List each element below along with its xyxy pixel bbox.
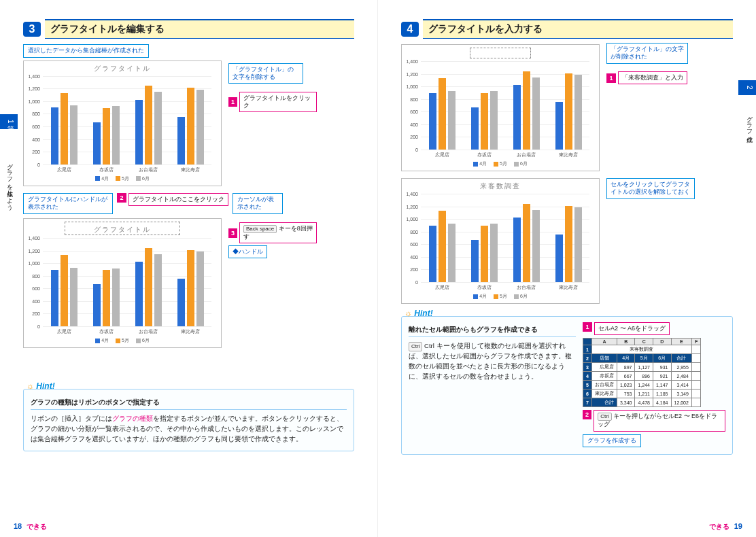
chart-screenshot-4: 来客数調査 02004006008001,0001,2001,400 広尾店赤坂… (401, 178, 600, 304)
chart-screenshot-2: グラフタイトル 02004006008001,0001,2001,400 広尾店… (23, 218, 222, 348)
page-number-right: できる 19 (706, 522, 742, 532)
chart-title-selected: グラフタイトル (65, 222, 180, 235)
hint-annot-create-chart: グラフを作成する (583, 434, 641, 448)
step-title: グラフタイトルを入力する (423, 19, 733, 39)
hint-tag: Hint! (27, 381, 55, 391)
hint-title: 離れたセル範囲からもグラフを作成できる (409, 325, 576, 337)
chart-title-placeholder: グラフタイトル (24, 61, 221, 73)
chart-legend: 4月5月6月 (24, 173, 221, 186)
page-left: 第1章 グラフを作成しよう 3 グラフタイトルを編集する 選択したデータから集合… (0, 0, 378, 537)
step-marker-2: 2 (117, 193, 126, 203)
chart-screenshot-3: 02004006008001,0001,2001,400 広尾店赤坂店お台場店東… (401, 44, 600, 171)
excel-mini-table: ABCDEF 1来客数調査 2 店舗 4月 5月 6月 合計 3広尾店8971,… (583, 338, 701, 407)
hint-body: Ctrl Ctrl キーを使用して複数のセル範囲を選択すれば、選択したセル範囲か… (409, 341, 576, 382)
hint-step-marker-2: 2 (583, 410, 591, 419)
chart-title-final: 来客数調査 (402, 179, 599, 191)
page-right: 2 グラフ作成 4 グラフタイトルを入力する 02004006008001,00… (378, 0, 756, 537)
note-click-cell-deselect: セルをクリックしてグラフタイトルの選択を解除しておく (606, 178, 695, 199)
chart-title-empty (470, 48, 531, 58)
note-chars-deleted: 「グラフタイトル」の文字が削除された (606, 43, 688, 64)
sidebar-chapter-title-right: グラフ作成 (740, 107, 756, 136)
annot-type-title: 「来客数調査」と入力 (618, 71, 687, 84)
step-heading-4: 4 グラフタイトルを入力する (401, 19, 733, 39)
hint-tag: Hint! (405, 309, 433, 318)
chart-plot-area: 02004006008001,0001,2001,400 (43, 76, 211, 165)
caption-handle-shown: グラフタイトルにハンドルが表示された (23, 193, 113, 214)
note-handle: ◆ハンドル (228, 245, 267, 258)
step-heading-3: 3 グラフタイトルを編集する (23, 19, 354, 39)
hint-box-right: Hint! 離れたセル範囲からもグラフを作成できる Ctrl Ctrl キーを使… (401, 316, 733, 455)
annot-click-here: グラフタイトルのここをクリック (128, 193, 228, 206)
step-marker-1: 1 (606, 73, 616, 83)
hint-title: グラフの種類はリボンのボタンで指定する (31, 398, 347, 410)
annot-click-chart-title: グラフタイトルをクリック (239, 92, 317, 113)
hint-annot-drag-a2a6: セルA2 〜 A6をドラッグ (594, 322, 670, 335)
hint-step-marker-1: 1 (583, 322, 592, 332)
step-number-badge: 4 (401, 22, 419, 37)
sidebar-chapter-tab: 第1章 (0, 114, 18, 129)
step-marker-1: 1 (228, 97, 237, 107)
caption-cursor-shown: カーソルが表示された (233, 193, 283, 214)
annot-press-backspace: Back space Backspace キーを8回押すキーを8回押す (239, 222, 317, 243)
step-number-badge: 3 (23, 22, 41, 37)
step-marker-3: 3 (228, 228, 237, 238)
hint-annot-ctrl-drag-e2e6: Ctrl Ctrl キーを押しながらセルE2 〜 E6をドラッグキーを押しながら… (594, 410, 725, 431)
hint-box-left: Hint! グラフの種類はリボンのボタンで指定する リボンの［挿入］タブにはグラ… (23, 389, 354, 451)
step-title: グラフタイトルを編集する (45, 19, 354, 39)
caption-top: 選択したデータから集合縦棒が作成された (23, 44, 149, 58)
note-delete-title-chars: 「グラフタイトル」の文字を削除する (228, 63, 303, 84)
page-number-left: 18 できる (14, 522, 50, 532)
sidebar-chapter-title: グラフを作成しよう (0, 155, 16, 211)
chart-screenshot-1: グラフタイトル 02004006008001,0001,2001,400 広尾店… (23, 60, 222, 186)
sidebar-chapter-tab-right: 2 (738, 80, 756, 95)
hint-body: リボンの［挿入］タブにはグラフの種類を指定するボタンが並んでいます。ボタンをクリ… (31, 414, 347, 444)
